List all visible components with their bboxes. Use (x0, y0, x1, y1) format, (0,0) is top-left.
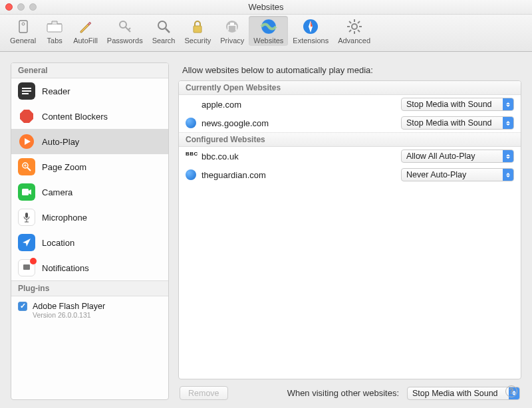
sidebar-item-page-zoom[interactable]: Page Zoom (11, 154, 168, 179)
autoplay-setting-select[interactable]: Never Auto-Play (401, 168, 514, 181)
svg-marker-22 (23, 239, 31, 247)
toolbar-item-general[interactable]: General (5, 16, 41, 46)
key-icon (116, 17, 134, 36)
svg-rect-23 (23, 264, 30, 270)
website-domain: bbc.co.uk (201, 152, 396, 161)
zoom-icon (18, 158, 35, 175)
toolbar-item-privacy[interactable]: Privacy (215, 16, 249, 46)
toolbar-item-tabs[interactable]: Tabs (41, 16, 68, 46)
svg-marker-20 (29, 189, 31, 195)
tabs-icon (45, 17, 64, 36)
plugin-version: Version 26.0.0.131 (33, 311, 105, 319)
globe-icon (186, 169, 196, 180)
sidebar-item-flash-player[interactable]: Adobe Flash Player Version 26.0.0.131 (11, 296, 168, 324)
toolbar-label: Security (184, 37, 211, 45)
toolbar-item-autofill[interactable]: AutoFill (68, 16, 102, 46)
toolbar-item-extensions[interactable]: Extensions (288, 16, 333, 46)
sidebar-item-reader[interactable]: Reader (11, 78, 168, 104)
toolbar-label: Websites (253, 37, 283, 45)
autoplay-setting-select[interactable]: Allow All Auto-Play (401, 150, 514, 163)
remove-button[interactable]: Remove (180, 386, 228, 400)
autoplay-setting-select[interactable]: Stop Media with Sound (401, 98, 514, 111)
plugin-checkbox[interactable] (18, 302, 27, 311)
svg-rect-12 (22, 88, 31, 89)
sidebar-item-label: Page Zoom (42, 162, 86, 172)
sidebar-item-notifications[interactable]: Notifications (11, 255, 168, 280)
sidebar-section-general: General (11, 63, 168, 78)
svg-rect-21 (25, 213, 28, 218)
window-controls (5, 3, 37, 11)
sidebar-item-label: Location (42, 238, 74, 248)
group-configured: Configured Websites (179, 132, 521, 147)
toolbar-label: Advanced (338, 37, 370, 45)
close-window-button[interactable] (5, 3, 13, 11)
svg-marker-15 (20, 110, 33, 123)
autoplay-setting-select[interactable]: Stop Media with Sound (401, 116, 514, 130)
website-domain: theguardian.com (201, 170, 396, 180)
svg-point-11 (352, 24, 357, 29)
sidebar-item-label: Notifications (42, 263, 89, 273)
lock-icon (188, 17, 207, 36)
toolbar-item-search[interactable]: Search (148, 16, 180, 46)
sidebar-item-autoplay[interactable]: Auto-Play (11, 129, 168, 154)
sidebar-item-camera[interactable]: Camera (11, 179, 168, 205)
compass-icon (301, 17, 320, 36)
website-domain: news.google.com (201, 118, 396, 128)
other-websites-setting-select[interactable]: Stop Media with Sound (407, 387, 520, 400)
window-title: Websites (248, 2, 283, 12)
window-titlebar: Websites (0, 0, 532, 15)
toolbar-label: Passwords (107, 37, 143, 45)
svg-rect-2 (47, 24, 62, 32)
toolbar-label: Extensions (293, 37, 329, 45)
privacy-icon (223, 17, 241, 36)
globe-icon (259, 17, 278, 36)
globe-icon (186, 118, 196, 128)
toolbar-item-websites[interactable]: Websites (249, 16, 288, 46)
toolbar-label: AutoFill (73, 37, 98, 45)
preferences-toolbar: General Tabs AutoFill Passwords Search S… (0, 15, 532, 52)
microphone-icon (18, 209, 35, 226)
svg-rect-19 (22, 189, 29, 195)
location-icon (18, 234, 35, 251)
zoom-window-button[interactable] (29, 3, 37, 11)
toolbar-item-passwords[interactable]: Passwords (102, 16, 148, 46)
website-domain: apple.com (201, 100, 396, 110)
other-websites-label: When visiting other websites: (287, 388, 399, 398)
sidebar-item-label: Reader (42, 86, 70, 96)
sidebar-item-microphone[interactable]: Microphone (11, 205, 168, 230)
toolbar-label: Tabs (47, 37, 63, 45)
minimize-window-button[interactable] (17, 3, 25, 11)
website-row[interactable]: news.google.com Stop Media with Sound (179, 114, 521, 132)
toolbar-label: Search (152, 37, 176, 45)
play-icon (18, 133, 35, 150)
help-button[interactable]: ? (505, 385, 517, 397)
sidebar-item-label: Content Blockers (42, 112, 108, 122)
sidebar-item-label: Camera (42, 187, 72, 197)
svg-point-1 (22, 23, 25, 25)
svg-rect-13 (22, 90, 31, 92)
general-icon (14, 17, 33, 36)
toolbar-item-security[interactable]: Security (180, 16, 215, 46)
sidebar-section-plugins: Plug-ins (11, 280, 168, 296)
content-area: General Reader Content Blockers Auto-Pla… (0, 52, 532, 408)
svg-rect-7 (230, 23, 234, 25)
main-panel: Allow websites below to automatically pl… (178, 62, 521, 400)
website-row[interactable]: apple.com Stop Media with Sound (179, 95, 521, 114)
toolbar-label: Privacy (220, 37, 244, 45)
bottom-bar: Remove When visiting other websites: Sto… (178, 379, 521, 400)
search-icon (154, 17, 173, 36)
sidebar-item-location[interactable]: Location (11, 230, 168, 255)
notifications-icon (18, 259, 35, 276)
toolbar-label: General (10, 37, 36, 45)
website-row[interactable]: BBC bbc.co.uk Allow All Auto-Play (179, 147, 521, 165)
sidebar-item-content-blockers[interactable]: Content Blockers (11, 104, 168, 129)
reader-icon (18, 82, 35, 100)
main-heading: Allow websites below to automatically pl… (178, 62, 521, 80)
autofill-icon (76, 17, 94, 36)
website-row[interactable]: theguardian.com Never Auto-Play (179, 165, 521, 184)
bbc-icon: BBC (186, 151, 196, 161)
websites-list: Currently Open Websites apple.com Stop M… (178, 80, 521, 379)
sidebar-item-label: Microphone (42, 213, 87, 223)
toolbar-item-advanced[interactable]: Advanced (333, 16, 375, 46)
stop-icon (18, 108, 35, 125)
